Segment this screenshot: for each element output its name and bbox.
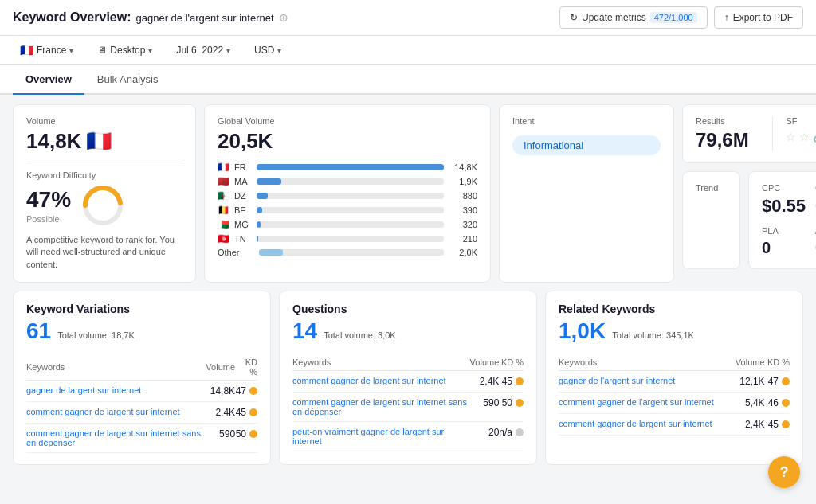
kd-dot-0: [782, 377, 790, 385]
update-count-badge: 472/1,000: [650, 12, 697, 23]
page-title: Keyword Overview:: [13, 10, 131, 25]
results-label: Results: [696, 116, 759, 126]
bar-fill-2: [257, 193, 268, 199]
volume-kd-widget: Volume 14,8K 🇫🇷 Keyword Difficulty 47% P…: [13, 104, 196, 283]
kv-table: Keywords Volume KD % gagner de largent s…: [26, 354, 257, 453]
country-bar-row: 🇧🇪 BE 390: [218, 205, 477, 216]
keyword-link-1[interactable]: comment gagner de largent sur internet: [26, 407, 206, 416]
volume-cell-1: 2,4K: [206, 402, 235, 424]
country-code-2: DZ: [234, 191, 252, 201]
kd-number-2: 50: [236, 428, 246, 440]
bar-fill-1: [257, 178, 281, 185]
country-code-3: BE: [234, 205, 252, 215]
keyword-link-2[interactable]: comment gagner de largent sur internet s…: [26, 428, 206, 447]
table-row: comment gagner de largent sur internet 2…: [559, 414, 790, 436]
results-sf-widget: Results 79,6M SF ☆ ☆ 🔗 +6: [682, 104, 816, 163]
keyword-link-0[interactable]: gagner de largent sur internet: [26, 385, 206, 395]
table-row: comment gagner de largent sur internet 2…: [26, 402, 257, 424]
rk-table: Keywords Volume KD % gagner de l'argent …: [559, 354, 790, 436]
rk-col-keywords: Keywords: [559, 354, 732, 371]
country-filter[interactable]: 🇫🇷 France ▾: [13, 41, 80, 60]
device-icon: 🖥: [97, 45, 107, 56]
export-pdf-button[interactable]: ↑ Export to PDF: [714, 6, 803, 29]
main-content: Volume 14,8K 🇫🇷 Keyword Difficulty 47% P…: [0, 95, 816, 475]
export-icon: ↑: [724, 12, 729, 23]
kd-number-2: 45: [768, 419, 779, 430]
table-row: gagner de l'argent sur internet 12,1K 47: [559, 371, 790, 393]
table-row: comment gagner de largent sur internet 2…: [292, 371, 524, 393]
date-filter[interactable]: Jul 6, 2022 ▾: [169, 41, 237, 59]
global-volume-widget: Global Volume 20,5K 🇫🇷 FR 14,8K 🇲🇦 MA 1,…: [204, 104, 491, 283]
country-chevron-icon: ▾: [69, 46, 73, 55]
kd-number-1: 46: [768, 397, 779, 408]
kd-dot-2: [249, 430, 257, 438]
keyword-link-1[interactable]: comment gagner de largent sur internet s…: [292, 397, 470, 416]
currency-filter[interactable]: USD ▾: [247, 41, 288, 59]
country-bars: 🇫🇷 FR 14,8K 🇲🇦 MA 1,9K 🇩🇿 DZ 880 🇧🇪 BE 3…: [218, 162, 477, 257]
bar-container-4: [257, 221, 444, 228]
country-label: France: [37, 45, 66, 56]
keyword-link-0[interactable]: gagner de l'argent sur internet: [559, 376, 732, 385]
kd-number-0: 45: [502, 376, 512, 387]
device-label: Desktop: [110, 45, 145, 56]
kd-cell-2: 50: [235, 424, 257, 453]
rk-col-volume: Volume: [732, 354, 765, 371]
country-bar-row: 🇲🇬 MG 320: [218, 219, 477, 230]
star-2-icon: ☆: [799, 131, 810, 143]
keyword-link-2[interactable]: comment gagner de largent sur internet: [559, 419, 732, 428]
kd-dot-1: [782, 399, 790, 407]
kv-title: Keyword Variations: [26, 303, 257, 315]
pla-section: PLA 0: [762, 226, 806, 257]
bar-fill-4: [257, 221, 261, 228]
kd-cell-0: 47: [765, 371, 790, 393]
kv-col-keywords: Keywords: [26, 354, 206, 381]
top-bar-left: Keyword Overview: gagner de l'argent sur…: [13, 10, 288, 25]
keyword-link-2[interactable]: peut-on vraiment gagner de largent sur i…: [292, 427, 470, 446]
top-widgets-row: Volume 14,8K 🇫🇷 Keyword Difficulty 47% P…: [13, 104, 803, 283]
country-bar-row: 🇩🇿 DZ 880: [218, 190, 477, 201]
tab-bulk-analysis[interactable]: Bulk Analysis: [84, 65, 171, 95]
sf-stars: ☆ ☆ 🔗 +6: [786, 131, 816, 143]
keyword-link-1[interactable]: comment gagner de l'argent sur internet: [559, 397, 732, 407]
other-bar-container: [259, 249, 444, 256]
q-title: Questions: [292, 303, 524, 315]
q-table: Keywords Volume KD % comment gagner de l…: [292, 354, 524, 451]
add-keyword-icon[interactable]: ⊕: [279, 11, 288, 24]
bar-fill-0: [257, 164, 444, 170]
keyword-text: gagner de l'argent sur internet: [136, 12, 274, 24]
other-label: Other: [218, 248, 254, 257]
country-bar-row: 🇹🇳 TN 210: [218, 233, 477, 244]
bar-value-3: 390: [449, 205, 477, 215]
other-bar-value: 2,0K: [449, 248, 477, 257]
results-value: 79,6M: [696, 129, 759, 151]
kd-number-1: 45: [236, 407, 246, 418]
volume-cell-2: 20: [470, 422, 500, 451]
bar-value-1: 1,9K: [449, 177, 477, 186]
country-flag-2: 🇩🇿: [218, 190, 230, 201]
kd-description: A competitive keyword to rank for. You w…: [26, 234, 182, 271]
kd-dot-0: [516, 377, 524, 385]
kd-cell-1: 50: [499, 393, 524, 422]
keyword-link-0[interactable]: comment gagner de largent sur internet: [292, 376, 470, 385]
related-keywords-widget: Related Keywords 1,0K Total volume: 345,…: [545, 291, 803, 465]
table-row: gagner de largent sur internet 14,8K 47: [26, 381, 257, 402]
trend-widget: Trend: [682, 171, 740, 269]
kd-circle-chart: [80, 183, 125, 228]
device-filter[interactable]: 🖥 Desktop ▾: [90, 41, 159, 59]
country-code-1: MA: [234, 177, 252, 186]
q-col-volume: Volume: [470, 354, 500, 371]
bar-value-2: 880: [449, 191, 477, 201]
top-bar: Keyword Overview: gagner de l'argent sur…: [0, 0, 816, 36]
table-row: comment gagner de largent sur internet s…: [26, 424, 257, 453]
kd-number-0: 47: [768, 376, 779, 387]
kd-number-2: n/a: [499, 427, 512, 438]
kv-col-kd: KD %: [235, 354, 257, 381]
kd-value: 47%: [26, 187, 71, 213]
tab-overview[interactable]: Overview: [13, 65, 84, 95]
country-flag-4: 🇲🇬: [218, 219, 230, 230]
rk-subtitle: Total volume: 345,1K: [612, 330, 694, 340]
kd-value-row: 47% Possible: [26, 183, 182, 228]
update-metrics-button[interactable]: ↻ Update metrics 472/1,000: [559, 6, 708, 29]
country-flag-3: 🇧🇪: [218, 205, 230, 216]
kd-label: Keyword Difficulty: [26, 170, 182, 180]
